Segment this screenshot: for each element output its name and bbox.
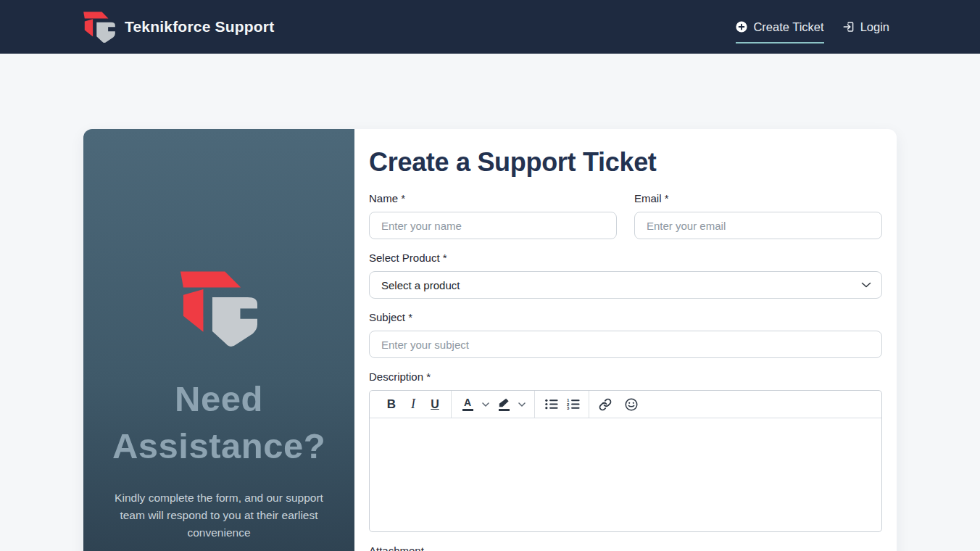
email-input[interactable]	[634, 212, 882, 239]
emoji-button[interactable]	[621, 394, 641, 415]
rich-text-editor: B I U A	[369, 390, 882, 532]
login-icon	[843, 21, 855, 33]
description-label: Description *	[369, 370, 882, 383]
bullet-list-button[interactable]	[541, 394, 561, 415]
highlighter-icon	[499, 398, 510, 411]
numbered-list-button[interactable]: 1 2 3	[562, 394, 583, 415]
top-navbar: Teknikforce Support Create Ticket Login	[0, 0, 980, 54]
form-title: Create a Support Ticket	[369, 147, 882, 178]
email-label: Email *	[634, 192, 882, 204]
attachment-label: Attachment	[369, 544, 882, 551]
brand[interactable]: Teknikforce Support	[83, 12, 274, 43]
teknikforce-logo-icon	[83, 12, 115, 43]
font-color-icon: A	[462, 398, 473, 411]
product-select[interactable]: Select a product	[369, 271, 882, 299]
smiley-icon	[625, 398, 638, 411]
brand-title: Teknikforce Support	[125, 18, 274, 36]
support-ticket-card: Need Assistance? Kindly complete the for…	[83, 129, 897, 551]
description-editor[interactable]	[370, 418, 881, 531]
plus-circle-icon	[736, 21, 747, 33]
chevron-down-icon	[861, 282, 871, 288]
name-label: Name *	[369, 192, 617, 204]
italic-button[interactable]: I	[403, 394, 423, 415]
subject-field-group: Subject *	[369, 311, 882, 358]
editor-toolbar: B I U A	[370, 391, 881, 418]
bold-button[interactable]: B	[381, 394, 402, 415]
name-input[interactable]	[369, 212, 617, 239]
font-color-button[interactable]: A	[457, 394, 478, 415]
subject-input[interactable]	[369, 331, 882, 358]
ticket-form: Create a Support Ticket Name * Email * S…	[354, 129, 897, 551]
chevron-down-icon	[518, 402, 526, 407]
nav-container: Teknikforce Support Create Ticket Login	[83, 12, 897, 43]
nav-links: Create Ticket Login	[736, 20, 889, 34]
chevron-down-icon	[482, 402, 489, 407]
assistance-panel: Need Assistance? Kindly complete the for…	[83, 129, 354, 551]
nav-link-label: Login	[860, 20, 889, 34]
assistance-message: Kindly complete the form, and our suppor…	[83, 489, 354, 542]
teknikforce-logo-large-icon	[180, 261, 257, 357]
highlight-color-dropdown-button[interactable]	[515, 394, 528, 415]
nav-link-login[interactable]: Login	[843, 20, 889, 34]
underline-button[interactable]: U	[425, 394, 445, 415]
svg-text:3: 3	[566, 405, 569, 410]
assistance-heading: Need Assistance?	[83, 376, 354, 469]
subject-label: Subject *	[369, 311, 882, 323]
email-field-group: Email *	[634, 192, 882, 239]
bullet-list-icon	[544, 397, 558, 411]
nav-link-create-ticket[interactable]: Create Ticket	[736, 20, 823, 34]
nav-link-label: Create Ticket	[753, 20, 823, 34]
link-icon	[599, 398, 612, 411]
highlight-color-button[interactable]	[494, 394, 514, 415]
numbered-list-icon: 1 2 3	[566, 397, 580, 411]
product-field-group: Select Product * Select a product	[369, 252, 882, 299]
description-field-group: Description * B I U A	[369, 370, 882, 532]
product-label: Select Product *	[369, 252, 882, 264]
product-select-value: Select a product	[381, 279, 460, 291]
name-field-group: Name *	[369, 192, 617, 239]
insert-link-button[interactable]	[595, 394, 615, 415]
font-color-dropdown-button[interactable]	[479, 394, 492, 415]
